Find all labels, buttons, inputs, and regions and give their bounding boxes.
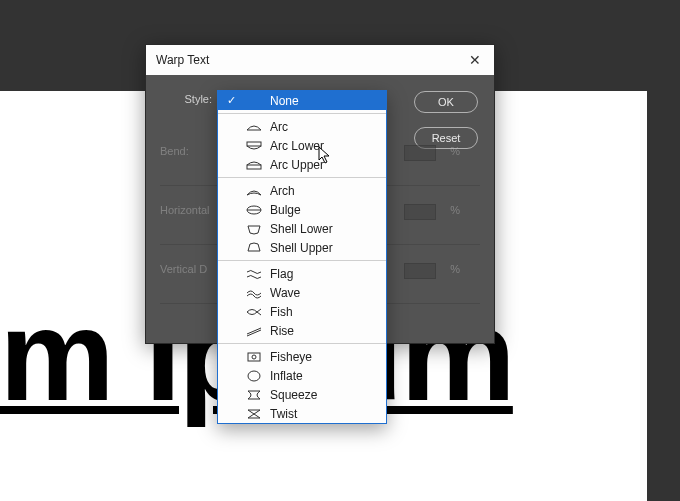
squeeze-icon	[246, 389, 262, 401]
fisheye-icon	[246, 351, 262, 363]
arc-icon	[246, 121, 262, 133]
style-option-rise[interactable]: Rise	[218, 321, 386, 340]
horiz-value-field[interactable]	[404, 204, 436, 220]
arch-icon	[246, 185, 262, 197]
arc-lower-icon	[246, 140, 262, 152]
style-option-bulge[interactable]: Bulge	[218, 200, 386, 219]
wave-icon	[246, 287, 262, 299]
app-chrome-right	[647, 0, 680, 501]
dialog-title: Warp Text	[156, 45, 209, 75]
close-icon[interactable]: ✕	[466, 45, 484, 75]
dropdown-separator	[218, 177, 386, 178]
style-option-label: Twist	[270, 407, 297, 421]
dropdown-separator	[218, 113, 386, 114]
svg-point-5	[252, 355, 256, 359]
flag-icon	[246, 268, 262, 280]
style-option-label: Wave	[270, 286, 300, 300]
style-option-wave[interactable]: Wave	[218, 283, 386, 302]
style-option-label: Arc Upper	[270, 158, 324, 172]
style-option-shell-upper[interactable]: Shell Upper	[218, 238, 386, 257]
style-option-label: Fish	[270, 305, 293, 319]
style-option-arch[interactable]: Arch	[218, 181, 386, 200]
twist-icon	[246, 408, 262, 420]
svg-rect-4	[248, 353, 260, 361]
style-option-arc-upper[interactable]: Arc Upper	[218, 155, 386, 174]
bulge-icon	[246, 204, 262, 216]
dropdown-separator	[218, 343, 386, 344]
arc-upper-icon	[246, 159, 262, 171]
svg-point-6	[248, 371, 260, 381]
style-option-label: Bulge	[270, 203, 301, 217]
svg-rect-0	[247, 142, 261, 146]
style-option-arc[interactable]: Arc	[218, 117, 386, 136]
style-label: Style:	[160, 93, 220, 105]
style-option-label: Fisheye	[270, 350, 312, 364]
style-option-fisheye[interactable]: Fisheye	[218, 347, 386, 366]
dropdown-separator	[218, 260, 386, 261]
style-option-shell-lower[interactable]: Shell Lower	[218, 219, 386, 238]
style-option-label: Inflate	[270, 369, 303, 383]
rise-icon	[246, 325, 262, 337]
style-option-twist[interactable]: Twist	[218, 404, 386, 423]
style-option-label: Flag	[270, 267, 293, 281]
style-option-label: Rise	[270, 324, 294, 338]
style-option-label: Shell Upper	[270, 241, 333, 255]
style-option-label: Arch	[270, 184, 295, 198]
check-icon: ✓	[224, 94, 238, 107]
style-option-none[interactable]: ✓None	[218, 91, 386, 110]
fish-icon	[246, 306, 262, 318]
style-option-label: Arc	[270, 120, 288, 134]
svg-rect-1	[247, 165, 261, 169]
bend-value-field[interactable]	[404, 145, 436, 161]
shell-upper-icon	[246, 242, 262, 254]
style-option-arc-lower[interactable]: Arc Lower	[218, 136, 386, 155]
style-option-label: None	[270, 94, 299, 108]
style-option-flag[interactable]: Flag	[218, 264, 386, 283]
style-option-label: Squeeze	[270, 388, 317, 402]
vert-value-field[interactable]	[404, 263, 436, 279]
inflate-icon	[246, 370, 262, 382]
dialog-titlebar[interactable]: Warp Text ✕	[146, 45, 494, 75]
shell-lower-icon	[246, 223, 262, 235]
style-option-fish[interactable]: Fish	[218, 302, 386, 321]
style-option-inflate[interactable]: Inflate	[218, 366, 386, 385]
style-dropdown[interactable]: ✓NoneArcArc LowerArc UpperArchBulgeShell…	[217, 90, 387, 424]
style-option-label: Shell Lower	[270, 222, 333, 236]
style-option-squeeze[interactable]: Squeeze	[218, 385, 386, 404]
style-option-label: Arc Lower	[270, 139, 324, 153]
